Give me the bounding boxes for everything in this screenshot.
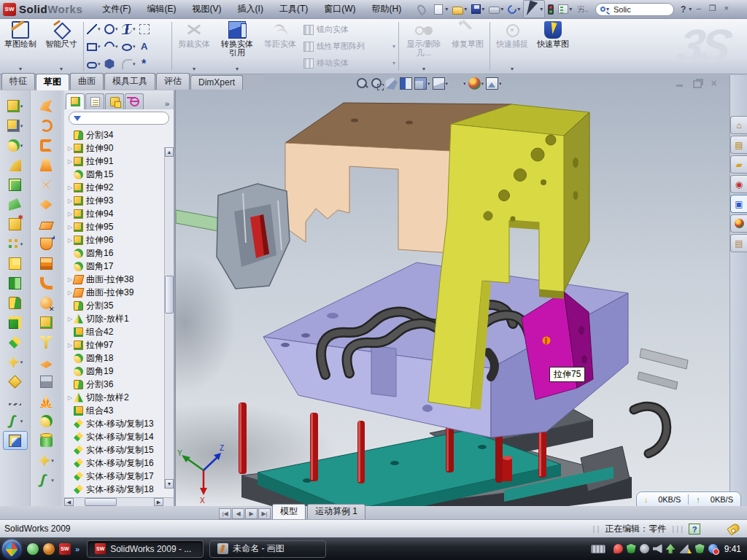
chamfer-button[interactable] xyxy=(0,155,30,175)
mirror-button[interactable] xyxy=(0,273,30,293)
measure-button[interactable] xyxy=(3,431,28,450)
box-select-icon[interactable] xyxy=(139,24,150,34)
expand-arrow[interactable]: ▷ xyxy=(66,158,74,165)
tooling-split-button[interactable] xyxy=(31,411,61,431)
expand-arrow[interactable]: ▷ xyxy=(66,394,74,401)
wireless-warning-tray-icon[interactable] xyxy=(679,544,689,553)
ellipse-icon[interactable] xyxy=(122,44,132,51)
file-explorer-tab[interactable]: ▰ xyxy=(730,155,747,174)
quicklaunch-overflow[interactable]: » xyxy=(75,543,80,553)
app-orange-quicklaunch-icon[interactable] xyxy=(43,543,55,555)
hole-wizard-button[interactable] xyxy=(0,214,30,234)
caret-icon[interactable]: ▾ xyxy=(115,44,118,50)
parting-line-button[interactable] xyxy=(31,332,61,352)
expand-arrow[interactable]: ▷ xyxy=(66,145,74,152)
tree-vertical-scrollbar[interactable]: ▲ ▼ xyxy=(164,147,174,489)
curve-tool-button[interactable]: ▾ xyxy=(0,411,30,431)
appearances-button[interactable]: ▾ xyxy=(468,77,484,90)
doc-minimize-button[interactable] xyxy=(675,79,686,88)
move-copy-body-button[interactable] xyxy=(0,332,30,352)
scroll-down-button[interactable]: ▼ xyxy=(165,479,174,489)
circle-icon[interactable] xyxy=(104,24,115,34)
slot-icon[interactable] xyxy=(87,62,97,69)
caret-icon[interactable]: ▾ xyxy=(98,26,101,32)
curve-tool-2-button[interactable]: ▾ xyxy=(31,451,61,470)
trim-surface-button[interactable] xyxy=(31,175,61,195)
caret-icon[interactable]: ▾ xyxy=(98,61,101,67)
rapid-sketch-button[interactable]: 快速草图 xyxy=(533,19,573,74)
expand-arrow[interactable]: ▷ xyxy=(66,184,74,191)
pin-icon[interactable] xyxy=(416,3,427,15)
display-style-button[interactable]: ▾ xyxy=(433,77,449,90)
model-tab[interactable]: 模型 xyxy=(272,504,306,519)
replace-face-button[interactable] xyxy=(31,313,61,332)
solidworks-quicklaunch-icon[interactable]: SW xyxy=(59,543,71,555)
propertymanager-tab[interactable] xyxy=(85,93,104,109)
update-gray-tray-icon[interactable] xyxy=(640,544,649,553)
expand-arrow[interactable]: ▷ xyxy=(66,198,74,204)
lofted-surface-button[interactable] xyxy=(31,136,61,155)
appearances-scenes-tab[interactable]: ▣ xyxy=(730,195,747,213)
shield-green-tray-icon[interactable] xyxy=(627,544,636,553)
volume-tray-icon[interactable] xyxy=(653,544,662,553)
tree-item[interactable]: ▷拉伸95 xyxy=(64,220,174,233)
menu-item[interactable]: 帮助(H) xyxy=(365,1,409,18)
ruled-surface-button[interactable] xyxy=(31,392,61,411)
tab-模具工具[interactable]: 模具工具 xyxy=(104,73,155,90)
tree-item[interactable]: ▷实体-移动/复制18 xyxy=(64,483,174,496)
display-delete-relations-button[interactable]: 显示/删除几...▾ xyxy=(400,19,447,74)
split-button[interactable] xyxy=(0,293,30,313)
menu-item[interactable]: 工具(T) xyxy=(273,1,314,18)
tree-item[interactable]: ▷组合42 xyxy=(64,325,174,338)
sketch-fillet-icon[interactable] xyxy=(122,59,132,69)
task-paint[interactable]: 未命名 - 画图 xyxy=(209,540,326,558)
tree-item[interactable]: ▷切除-放样1 xyxy=(64,312,174,325)
tree-item[interactable]: ▷拉伸92 xyxy=(64,181,174,194)
expand-arrow[interactable]: ▷ xyxy=(66,237,74,244)
tree-item[interactable]: ▷圆角15 xyxy=(64,168,174,181)
trim-entities-button[interactable]: 剪裁实体▾ xyxy=(174,19,214,74)
fillet-surface-button[interactable] xyxy=(31,273,61,293)
task-solidworks[interactable]: SWSolidWorks 2009 - ... xyxy=(87,540,204,558)
reference-axis-button[interactable] xyxy=(0,392,30,411)
view-orientation-button[interactable]: ▾ xyxy=(414,77,430,90)
expand-arrow[interactable]: ▷ xyxy=(66,224,74,230)
motion-study-tab[interactable]: 运动算例 1 xyxy=(307,504,365,519)
boundary-surface-button[interactable] xyxy=(31,155,61,175)
line-icon[interactable] xyxy=(87,24,97,34)
expand-arrow[interactable]: ▷ xyxy=(66,342,74,349)
tree-filter-input[interactable] xyxy=(69,112,169,125)
tree-item[interactable]: ▷分割34 xyxy=(64,128,174,141)
draft-analysis-button[interactable] xyxy=(31,352,61,372)
restore-button[interactable]: ❐ xyxy=(706,4,719,15)
configurationmanager-tab[interactable] xyxy=(105,93,124,109)
tree-horizontal-scrollbar[interactable]: ◀ ▶ xyxy=(64,497,174,506)
search-input[interactable]: ▾ Solic xyxy=(595,3,674,16)
zoom-fit-button[interactable] xyxy=(356,77,368,90)
featuremanager-tab[interactable] xyxy=(66,93,85,109)
last-tab-button[interactable]: ▶| xyxy=(258,508,271,519)
design-library-tab[interactable]: ▤ xyxy=(730,136,747,154)
zoom-area-button[interactable] xyxy=(371,77,383,90)
select-tool-button[interactable]: ▾ xyxy=(523,0,545,18)
new-file-button[interactable]: ▾ xyxy=(431,3,449,16)
scroll-up-button[interactable]: ▲ xyxy=(165,147,174,157)
polygon-icon[interactable] xyxy=(104,59,115,69)
expand-arrow[interactable]: ▷ xyxy=(66,316,74,322)
scroll-right-button[interactable]: ▶ xyxy=(154,498,163,506)
tag-icon[interactable] xyxy=(727,522,740,535)
rebuild-button[interactable] xyxy=(546,3,555,16)
view-palette-tab[interactable]: ◉ xyxy=(730,175,747,193)
tree-item[interactable]: ▷圆角17 xyxy=(64,260,174,273)
tab-曲面[interactable]: 曲面 xyxy=(70,73,104,90)
shell-button[interactable] xyxy=(0,175,30,195)
messenger-quicklaunch-icon[interactable] xyxy=(27,543,39,555)
minimize-button[interactable]: – xyxy=(692,4,705,15)
toolbar-overflow-label[interactable]: 屴.. xyxy=(577,4,589,15)
tree-item[interactable]: ▷实体-移动/复制17 xyxy=(64,470,174,483)
solidworks-resources-tab[interactable]: ⌂ xyxy=(730,116,747,134)
thicken-button[interactable] xyxy=(31,254,61,273)
linear-pattern-button[interactable]: ▾ xyxy=(0,234,30,254)
menu-item[interactable]: 插入(I) xyxy=(231,1,270,18)
section-view-button[interactable] xyxy=(400,77,412,90)
